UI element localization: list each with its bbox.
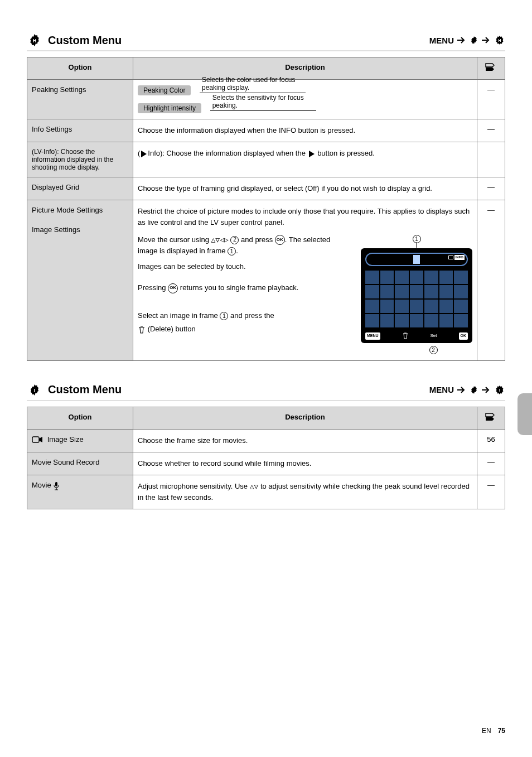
page-ref-icon [485, 63, 497, 72]
play-triangle-icon [141, 151, 147, 157]
ok-button-icon: OK [168, 283, 178, 293]
svg-text:H: H [33, 38, 36, 44]
col-option: Option [27, 57, 133, 80]
page-ref: — [477, 475, 505, 509]
callout-1-icon: 1 [220, 312, 228, 320]
step-text: (Delete) button [138, 324, 344, 335]
step-text: Pressing OK returns you to single frame … [138, 282, 344, 293]
page-ref: — [477, 177, 505, 200]
gear-i-small-icon: I [494, 385, 505, 395]
svg-rect-5 [55, 482, 57, 486]
step-text: Move the cursor using △▽◁▷ 2 and press O… [138, 234, 344, 257]
callout-1-icon: 1 [228, 247, 236, 255]
gear-icon [470, 385, 478, 394]
option-label: Image Size [47, 435, 84, 443]
page-ref: — [477, 452, 505, 475]
callout-2-icon: 2 [230, 236, 239, 244]
table-row: (LV-Info): Choose the information displa… [27, 142, 505, 177]
lcd-set-label: Set [431, 332, 437, 339]
svg-rect-4 [32, 437, 39, 442]
col-desc: Description [133, 407, 477, 429]
page-ref-icon [485, 413, 497, 422]
table-row: Displayed Grid Choose the type of framin… [27, 177, 505, 200]
page-ref: 56 [477, 429, 505, 452]
settings-table-h: Option Description Peaking Settings Peak… [27, 57, 505, 361]
option-desc: Choose whether to record sound while fil… [133, 452, 477, 475]
page-ref: — [477, 119, 505, 142]
option-label: Movie [32, 481, 53, 489]
option-desc: Adjust microphone sensitivity. Use △▽ to… [133, 475, 477, 509]
section-i-title: Custom Menu [48, 383, 122, 396]
gear-h-small-icon: H [494, 35, 505, 45]
option-label: Peaking Settings [27, 80, 133, 119]
option-desc: Choose the frame size for movies. [133, 429, 477, 452]
page-footer: EN 75 [0, 727, 532, 735]
page-number: 75 [498, 727, 505, 735]
movie-icon [32, 436, 43, 443]
option-label: Image Settings [32, 225, 128, 234]
table-row: Peaking Settings Peaking Color Selects t… [27, 80, 505, 119]
option-label: Info Settings [27, 119, 133, 142]
table-row: Movie Adjust microphone sensitivity. Use… [27, 475, 505, 509]
option-desc: Choose the information displayed when th… [133, 119, 477, 142]
step-text: Images can be selected by touch. [138, 261, 344, 272]
settings-table-i: Option Description Image Size Choose the… [27, 407, 505, 510]
arrow-right-icon [457, 386, 466, 394]
sub-option-text: Selects the color used for focus peaking… [202, 76, 306, 91]
gear-h-icon: H [28, 34, 41, 46]
gear-i-icon: I [28, 384, 41, 396]
option-sub-desc: Info): Choose the information displayed … [148, 149, 307, 157]
lcd-diagram: INFO Back MENU Set [361, 248, 472, 343]
page-ref [477, 142, 505, 177]
table-row: Image Size Choose the frame size for mov… [27, 429, 505, 452]
col-option: Option [27, 407, 133, 429]
sub-option-pill: Highlight intensity [138, 103, 201, 113]
sub-option-pill: Peaking Color [138, 85, 191, 95]
breadcrumb-h: MENU H [429, 35, 505, 45]
trash-icon [402, 332, 409, 339]
svg-text:I: I [499, 388, 500, 392]
option-desc: Restrict the choice of picture modes to … [138, 206, 472, 228]
svg-text:H: H [498, 38, 501, 42]
option-label: Picture Mode Settings [32, 206, 128, 214]
ok-button-icon: OK [275, 235, 285, 245]
option-label: Movie Sound Record [27, 452, 133, 475]
arrow-right-icon [482, 386, 491, 394]
callout-2-icon: 2 [429, 346, 438, 354]
option-desc: Choose the type of framing grid displaye… [133, 177, 477, 200]
page-ref: — [477, 200, 505, 360]
option-label: (LV-Info): Choose the information displa… [27, 142, 133, 177]
lcd-menu-label: MENU [365, 332, 380, 340]
page-ref: — [477, 80, 505, 119]
arrow-right-icon [482, 36, 491, 44]
side-tab [518, 393, 532, 435]
footer-text: EN [482, 727, 491, 735]
sub-option-text: Selects the sensitivity for focus peakin… [212, 94, 316, 109]
gear-icon [470, 36, 478, 45]
section-h-title: Custom Menu [48, 34, 122, 47]
lcd-ok-label: OK [459, 332, 468, 340]
svg-text:I: I [34, 388, 35, 393]
mic-icon [53, 481, 60, 490]
leader-line-icon [408, 242, 425, 249]
breadcrumb-i: MENU I [429, 385, 505, 395]
table-row: Picture Mode Settings Image Settings Res… [27, 200, 505, 360]
play-triangle-icon [309, 151, 315, 157]
trash-icon [138, 326, 146, 334]
option-label: Displayed Grid [27, 177, 133, 200]
step-text: Select an image in frame 1 and press the [138, 310, 344, 321]
table-row: Movie Sound Record Choose whether to rec… [27, 452, 505, 475]
arrow-right-icon [457, 36, 466, 44]
table-row: Info Settings Choose the information dis… [27, 119, 505, 142]
